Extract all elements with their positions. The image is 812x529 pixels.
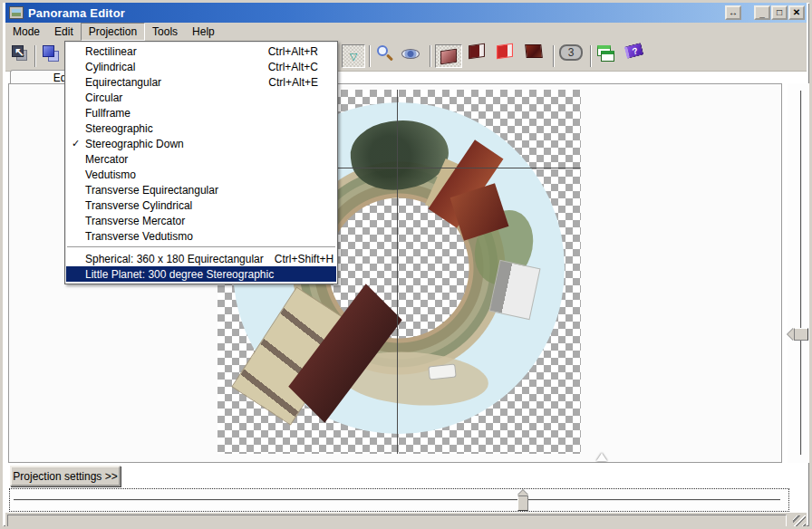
images-button[interactable]: [42, 44, 60, 63]
menu-item-mercator[interactable]: Mercator: [66, 151, 336, 167]
status-bar: [5, 513, 807, 529]
maximize-icon: □: [777, 8, 782, 17]
menu-item-transverse-mercator[interactable]: Transverse Mercator: [66, 213, 336, 228]
minimize-icon: _: [759, 9, 765, 18]
menu-separator: [67, 246, 335, 248]
menu-item-stereographic[interactable]: Stereographic: [66, 120, 336, 136]
app-icon: [9, 6, 24, 19]
menu-edit[interactable]: Edit: [47, 24, 81, 40]
preview-button[interactable]: [401, 44, 420, 63]
menu-mode[interactable]: Mode: [5, 24, 47, 40]
menu-item-equirectangular[interactable]: Equirectangular Ctrl+Alt+E: [66, 74, 336, 90]
pano-quad-dark-band-icon: [469, 43, 485, 60]
projection-settings-label: Projection settings >>: [13, 470, 117, 483]
image-count-badge: 3: [559, 44, 583, 61]
menu-bar: Mode Edit Projection Tools Help: [5, 23, 807, 41]
help-book-icon: ?: [624, 43, 644, 59]
menu-item-transverse-equirectangular[interactable]: Transverse Equirectangular: [66, 182, 336, 197]
help-button[interactable]: ?: [625, 44, 643, 57]
detach-icon: ↔: [729, 8, 738, 17]
detach-window-button[interactable]: ↔: [725, 5, 741, 20]
panorama-editor-window: Panorama Editor ↔ _ □ ✕ Mode Edit Projec…: [0, 0, 812, 529]
menu-tools[interactable]: Tools: [145, 24, 185, 40]
pano-mode-1-button[interactable]: [435, 44, 462, 68]
toolbar-separator: [34, 45, 36, 67]
menu-item-fullframe[interactable]: Fullframe: [66, 105, 336, 120]
title-bar[interactable]: Panorama Editor ↔ _ □ ✕: [5, 3, 807, 23]
pitch-slider[interactable]: [788, 83, 812, 463]
vertical-guide-line: [397, 90, 398, 454]
close-icon: ✕: [793, 8, 800, 17]
toolbar-separator: [590, 45, 592, 67]
menu-item-circular[interactable]: Circular: [66, 90, 336, 105]
menu-item-vedutismo[interactable]: Vedutismo: [66, 167, 336, 182]
select-tool-button[interactable]: ↖: [11, 44, 29, 63]
shortcut-label: Ctrl+Alt+E: [268, 76, 329, 89]
toolbar-separator: [430, 45, 431, 67]
menu-item-rectilinear[interactable]: Rectilinear Ctrl+Alt+R: [66, 43, 336, 59]
images-icon: [42, 44, 60, 63]
eye-icon: [401, 44, 420, 63]
maximize-button[interactable]: □: [771, 5, 788, 20]
image-number-button[interactable]: 3: [559, 44, 583, 61]
pitch-slider-track[interactable]: [800, 91, 802, 455]
planet-van: [428, 363, 456, 380]
close-button[interactable]: ✕: [788, 5, 805, 20]
projection-settings-button[interactable]: Projection settings >>: [10, 466, 121, 486]
select-cursor-icon: ↖: [11, 44, 29, 63]
pitch-slider-thumb[interactable]: [788, 328, 808, 341]
yaw-slider[interactable]: [9, 488, 789, 512]
guide-marker-triangle[interactable]: [596, 453, 607, 461]
triangle-down-button[interactable]: ▽: [342, 44, 365, 68]
pano-mode-2-button[interactable]: [469, 44, 485, 58]
menu-item-cylindrical[interactable]: Cylindrical Ctrl+Alt+C: [66, 59, 336, 74]
window-title: Panorama Editor: [28, 6, 125, 20]
menu-projection[interactable]: Projection: [81, 23, 145, 41]
toolbar-separator: [369, 45, 371, 67]
new-window-button[interactable]: [596, 44, 616, 63]
zoom-button[interactable]: [375, 44, 393, 63]
pano-mode-3-button[interactable]: [497, 44, 513, 58]
pano-quad-light-icon: [440, 48, 457, 64]
new-window-icon: [596, 44, 616, 63]
toolbar-separator: [553, 45, 555, 67]
yaw-slider-track[interactable]: [14, 499, 780, 501]
check-icon: ✓: [72, 138, 80, 149]
zoom-icon: [375, 44, 393, 63]
menu-item-transverse-cylindrical[interactable]: Transverse Cylindrical: [66, 197, 336, 213]
minimize-button[interactable]: _: [754, 5, 770, 20]
menu-item-stereographic-down[interactable]: ✓ Stereographic Down: [66, 136, 336, 151]
yaw-slider-thumb[interactable]: [517, 491, 530, 511]
resize-grip[interactable]: [793, 515, 806, 528]
shortcut-label: Ctrl+Shift+H: [275, 253, 344, 265]
pano-quad-red-band-icon: [497, 43, 513, 60]
shortcut-label: Ctrl+Alt+R: [268, 45, 329, 58]
triangle-down-icon: ▽: [350, 52, 357, 62]
shortcut-label: Ctrl+Alt+C: [268, 61, 329, 73]
projection-dropdown-menu: Rectilinear Ctrl+Alt+R Cylindrical Ctrl+…: [64, 41, 338, 284]
menu-help[interactable]: Help: [185, 24, 222, 40]
pano-quad-folded-icon: [525, 44, 543, 58]
menu-item-little-planet[interactable]: Little Planet: 300 degree Stereographic: [66, 266, 336, 282]
status-text: [7, 515, 787, 527]
pano-mode-4-button[interactable]: [526, 44, 542, 58]
menu-item-transverse-vedutismo[interactable]: Transverse Vedutismo: [66, 228, 336, 244]
menu-item-spherical-equirectangular[interactable]: Spherical: 360 x 180 Equirectangular Ctr…: [66, 251, 336, 266]
